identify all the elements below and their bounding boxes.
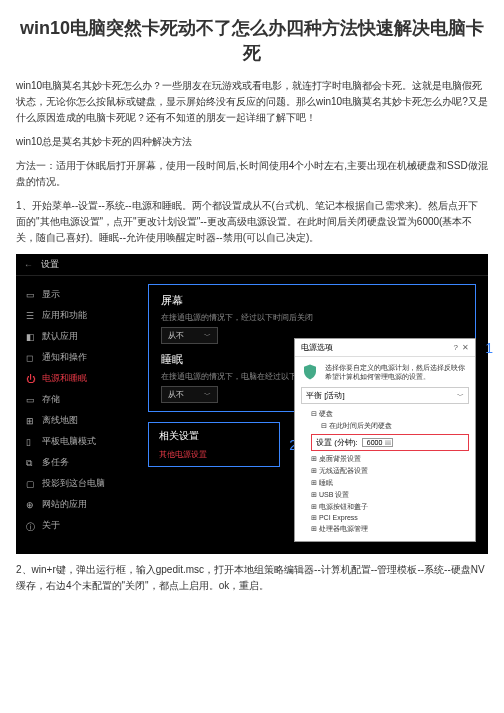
tree-item[interactable]: ⊞ 无线适配器设置 bbox=[311, 465, 469, 477]
window-title: 设置 bbox=[41, 258, 59, 271]
project-icon: ▢ bbox=[26, 479, 36, 489]
callout-number-1: 1 bbox=[485, 340, 493, 356]
minutes-spinner[interactable]: 6000 bbox=[362, 438, 394, 447]
sidebar-item-apps[interactable]: ☰应用和功能 bbox=[16, 305, 126, 326]
chevron-down-icon: ﹀ bbox=[457, 391, 464, 401]
sidebar-item-project[interactable]: ▢投影到这台电脑 bbox=[16, 473, 126, 494]
bell-icon: ◻ bbox=[26, 353, 36, 363]
power-icon: ⏻ bbox=[26, 374, 36, 384]
sidebar-item-maps[interactable]: ⊞离线地图 bbox=[16, 410, 126, 431]
default-icon: ◧ bbox=[26, 332, 36, 342]
sidebar-item-tablet[interactable]: ▯平板电脑模式 bbox=[16, 431, 126, 452]
disk-timeout-setting: 设置 (分钟): 6000 bbox=[311, 434, 469, 451]
window-titlebar: ← 设置 bbox=[16, 254, 488, 276]
map-icon: ⊞ bbox=[26, 416, 36, 426]
settings-screenshot: ← 设置 ▭显示 ☰应用和功能 ◧默认应用 ◻通知和操作 ⏻电源和睡眠 ▭存储 … bbox=[16, 254, 488, 554]
back-icon[interactable]: ← bbox=[24, 260, 33, 270]
dialog-message: 选择你要自定义的电源计划，然后选择反映你希望计算机如何管理电源的设置。 bbox=[325, 363, 469, 381]
page-title: win10电脑突然卡死动不了怎么办四种方法快速解决电脑卡死 bbox=[16, 16, 488, 66]
tree-item[interactable]: ⊞ 电源按钮和盖子 bbox=[311, 501, 469, 513]
shield-icon bbox=[301, 363, 319, 381]
method1-title: 方法一：适用于休眠后打开屏幕，使用一段时间后,长时间使用4个小时左右,主要出现在… bbox=[16, 158, 488, 190]
tree-item[interactable]: ⊞ USB 设置 bbox=[311, 489, 469, 501]
method2-body: 2、win+r键，弹出运行框，输入gpedit.msc，打开本地组策略编辑器--… bbox=[16, 562, 488, 594]
highlight-box-2: 相关设置 其他电源设置 2 bbox=[148, 422, 280, 467]
screen-timeout-dropdown[interactable]: 从不 ﹀ bbox=[161, 327, 218, 344]
info-icon: ⓘ bbox=[26, 521, 36, 531]
method1-body: 1、开始菜单--设置--系统--电源和睡眠。两个都设置成从不(台式机、笔记本根据… bbox=[16, 198, 488, 246]
multitask-icon: ⧉ bbox=[26, 458, 36, 468]
help-icon[interactable]: ? bbox=[454, 343, 458, 352]
subtitle: win10总是莫名其妙卡死的四种解决方法 bbox=[16, 134, 488, 150]
close-icon[interactable]: ✕ bbox=[462, 343, 469, 352]
screen-section-title: 屏幕 bbox=[161, 293, 463, 308]
dialog-title-text: 电源选项 bbox=[301, 342, 333, 353]
storage-icon: ▭ bbox=[26, 395, 36, 405]
sidebar-item-web-apps[interactable]: ⊕网站的应用 bbox=[16, 494, 126, 515]
intro-paragraph: win10电脑莫名其妙卡死怎么办？一些朋友在玩游戏或看电影，就连打字时电脑都会卡… bbox=[16, 78, 488, 126]
sidebar-item-power[interactable]: ⏻电源和睡眠 bbox=[16, 368, 126, 389]
tree-item[interactable]: ⊞ PCI Express bbox=[311, 513, 469, 523]
sidebar-item-about[interactable]: ⓘ关于 bbox=[16, 515, 126, 536]
chevron-down-icon: ﹀ bbox=[204, 390, 211, 400]
sleep-timeout-dropdown[interactable]: 从不 ﹀ bbox=[161, 386, 218, 403]
related-settings-title: 相关设置 bbox=[159, 429, 269, 443]
sidebar-item-display[interactable]: ▭显示 bbox=[16, 284, 126, 305]
tree-item-disk-off[interactable]: ⊟ 在此时间后关闭硬盘 bbox=[321, 420, 469, 432]
tree-item[interactable]: ⊞ 处理器电源管理 bbox=[311, 523, 469, 535]
dialog-titlebar: 电源选项 ? ✕ bbox=[295, 339, 475, 357]
sidebar-item-multitask[interactable]: ⧉多任务 bbox=[16, 452, 126, 473]
settings-tree: ⊟ 硬盘 ⊟ 在此时间后关闭硬盘 设置 (分钟): 6000 ⊞ 桌面背景设置 … bbox=[311, 408, 469, 535]
tablet-icon: ▯ bbox=[26, 437, 36, 447]
sidebar-item-notifications[interactable]: ◻通知和操作 bbox=[16, 347, 126, 368]
tree-item[interactable]: ⊞ 桌面背景设置 bbox=[311, 453, 469, 465]
power-options-dialog: 电源选项 ? ✕ 选择你要自定义的电源计划，然后选择反映你希望计算机如何管理电源… bbox=[294, 338, 476, 542]
sidebar-item-default-apps[interactable]: ◧默认应用 bbox=[16, 326, 126, 347]
screen-section-sub: 在接通电源的情况下，经过以下时间后关闭 bbox=[161, 312, 463, 323]
other-power-settings-link[interactable]: 其他电源设置 bbox=[159, 449, 269, 460]
settings-sidebar: ▭显示 ☰应用和功能 ◧默认应用 ◻通知和操作 ⏻电源和睡眠 ▭存储 ⊞离线地图… bbox=[16, 278, 126, 554]
sidebar-item-storage[interactable]: ▭存储 bbox=[16, 389, 126, 410]
power-plan-dropdown[interactable]: 平衡 [活动] ﹀ bbox=[301, 387, 469, 404]
display-icon: ▭ bbox=[26, 290, 36, 300]
tree-item-disk[interactable]: ⊟ 硬盘 bbox=[311, 408, 469, 420]
tree-item[interactable]: ⊞ 睡眠 bbox=[311, 477, 469, 489]
apps-icon: ☰ bbox=[26, 311, 36, 321]
chevron-down-icon: ﹀ bbox=[204, 331, 211, 341]
web-icon: ⊕ bbox=[26, 500, 36, 510]
